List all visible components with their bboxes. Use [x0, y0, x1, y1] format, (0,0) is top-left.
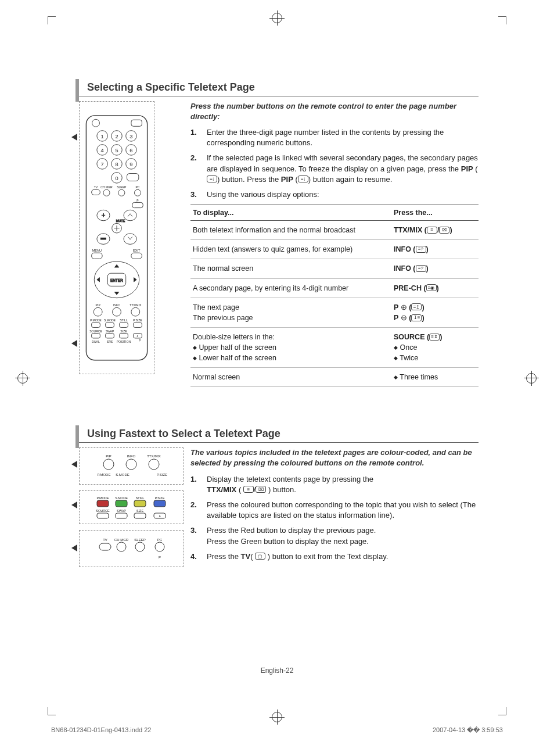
- svg-text:∧: ∧: [136, 334, 139, 338]
- step-2: 2. Press the coloured button correspondi…: [190, 500, 479, 521]
- remote-svg: 1 2 3 4 5 6 7 8 9 0: [82, 114, 152, 361]
- mix-icon: ⌧: [256, 486, 266, 493]
- svg-text:SWAP: SWAP: [117, 509, 126, 513]
- svg-text:STILL: STILL: [136, 496, 145, 500]
- section1-intro: Press the number buttons on the remote c…: [190, 101, 479, 121]
- remote-illustration-full: 1 2 3 4 5 6 7 8 9 0: [79, 101, 154, 374]
- svg-text:SOURCE: SOURCE: [89, 329, 102, 332]
- table-row: Double-size letters in the: ◆ Upper half…: [190, 327, 479, 367]
- svg-rect-95: [97, 513, 109, 518]
- subpage-icon: ≡◉: [426, 284, 437, 291]
- svg-text:STILL: STILL: [120, 318, 128, 322]
- meta-file: BN68-01234D-01Eng-0413.indd 22: [51, 726, 151, 734]
- svg-point-106: [135, 542, 145, 551]
- registration-mark-right: [526, 373, 537, 384]
- section-fastext: Using Fastext to Select a Teletext Page …: [75, 428, 479, 567]
- svg-text:TTX/MIX: TTX/MIX: [147, 454, 161, 458]
- print-meta-footer: BN68-01234D-01Eng-0413.indd 22 2007-04-1…: [51, 726, 503, 734]
- meta-date: 2007-04-13 �� 3:59:53: [433, 726, 503, 734]
- svg-text:DUAL: DUAL: [92, 340, 100, 343]
- svg-text:PIP: PIP: [106, 454, 111, 458]
- table-row: Normal screen ◆ Three times: [190, 368, 479, 387]
- th-display: To display...: [190, 205, 391, 221]
- step-3: 3. Press the Red button to display the p…: [190, 525, 479, 546]
- svg-rect-88: [97, 500, 109, 507]
- section2-steps: 1. Display the teletext contents page by…: [190, 474, 479, 562]
- section-title: Selecting a Specific Teletext Page: [75, 81, 479, 96]
- svg-text:PC: PC: [157, 538, 163, 542]
- svg-rect-104: [99, 543, 111, 550]
- ttx-icon: ≡: [427, 227, 437, 234]
- svg-text:SIZE: SIZE: [136, 509, 144, 513]
- remote-illustration-colour: P.MODES.MODESTILLP.SIZE SOURCESWAPSIZE ∧: [79, 490, 184, 524]
- svg-text:S.MODE: S.MODE: [116, 473, 129, 476]
- svg-text:8: 8: [115, 161, 118, 167]
- svg-text:7: 7: [101, 161, 104, 167]
- svg-text:4: 4: [101, 147, 104, 153]
- svg-text:1: 1: [101, 133, 104, 139]
- step-2: 2. If the selected page is linked with s…: [190, 153, 479, 185]
- th-press: Press the...: [391, 205, 479, 221]
- remote-illustration-tv: TVCH MGRSLEEPPC P: [79, 530, 184, 567]
- svg-point-105: [117, 542, 126, 551]
- svg-text:SLEEP: SLEEP: [117, 185, 127, 189]
- svg-rect-40: [100, 238, 106, 239]
- svg-text:P.MODE: P.MODE: [90, 318, 102, 322]
- step-1: 1. Display the teletext contents page by…: [190, 474, 479, 495]
- svg-text:SRS: SRS: [107, 340, 113, 343]
- svg-rect-96: [116, 513, 127, 518]
- svg-rect-91: [154, 500, 166, 507]
- svg-point-80: [149, 459, 159, 470]
- section-title-text: Selecting a Specific Teletext Page: [87, 81, 255, 93]
- svg-text:TV: TV: [103, 538, 107, 542]
- svg-point-107: [155, 542, 164, 551]
- svg-text:P.MODE: P.MODE: [98, 473, 111, 476]
- svg-text:CH MGR: CH MGR: [100, 185, 113, 189]
- svg-text:3: 3: [129, 133, 132, 139]
- table-row: The normal screen INFO (≡?): [190, 259, 479, 278]
- remote-illustration-ttx: PIPINFOTTX/MIX P.MODES.MODEP.SIZE: [79, 447, 184, 485]
- svg-text:PC: PC: [135, 185, 139, 189]
- svg-text:P: P: [159, 556, 161, 559]
- svg-text:CH MGR: CH MGR: [114, 538, 129, 542]
- section2-intro: The various topics included in the telet…: [190, 447, 479, 468]
- svg-text:PIP: PIP: [96, 303, 101, 307]
- table-row: Hidden text (answers to quiz games, for …: [190, 240, 479, 259]
- step-4: 4. Press the TV( ▢ ) button to exit from…: [190, 551, 479, 562]
- table-row: A secondary page, by entering its 4-digi…: [190, 278, 479, 298]
- svg-text:EXIT: EXIT: [133, 249, 141, 252]
- svg-text:S.MODE: S.MODE: [115, 496, 128, 500]
- svg-text:TV: TV: [94, 185, 98, 189]
- svg-text:MUTE: MUTE: [116, 218, 125, 222]
- section-title-text: Using Fastext to Select a Teletext Page: [87, 428, 280, 439]
- svg-text:P.SIZE: P.SIZE: [133, 318, 142, 322]
- svg-rect-89: [116, 500, 127, 507]
- svg-text:P.SIZE: P.SIZE: [157, 473, 167, 476]
- display-options-table: To display... Press the... Both teletext…: [190, 205, 479, 387]
- tv-icon: ▢: [255, 553, 265, 560]
- svg-text:9: 9: [129, 161, 132, 167]
- svg-text:MENU: MENU: [92, 249, 102, 252]
- mix-icon: ⌧: [439, 227, 449, 234]
- svg-text:2: 2: [115, 133, 118, 139]
- svg-text:P.MODE: P.MODE: [97, 496, 109, 500]
- pageup-icon: ≡↥: [411, 303, 422, 310]
- page-number: English-22: [0, 667, 554, 675]
- svg-point-78: [103, 459, 114, 470]
- svg-text:POSITION: POSITION: [117, 340, 131, 343]
- svg-text:TTX/MIX: TTX/MIX: [129, 303, 142, 307]
- svg-text:SWAP: SWAP: [106, 329, 114, 332]
- section-selecting-teletext: Selecting a Specific Teletext Page 1: [75, 81, 479, 387]
- svg-point-79: [126, 459, 136, 470]
- svg-text:6: 6: [129, 147, 132, 153]
- svg-text:S.MODE: S.MODE: [104, 318, 116, 322]
- svg-text:∧: ∧: [159, 514, 161, 518]
- table-row: Both teletext information and the normal…: [190, 221, 479, 240]
- table-row: The next page The previous page P ⊕ (≡↥)…: [190, 298, 479, 327]
- step-3: 3. Using the various display options:: [190, 189, 479, 200]
- svg-text:SOURCE: SOURCE: [96, 509, 110, 513]
- svg-text:+: +: [102, 212, 105, 218]
- section1-steps: 1. Enter the three-digit page number lis…: [190, 127, 479, 200]
- svg-text:INFO: INFO: [113, 303, 120, 307]
- step-1: 1. Enter the three-digit page number lis…: [190, 127, 479, 148]
